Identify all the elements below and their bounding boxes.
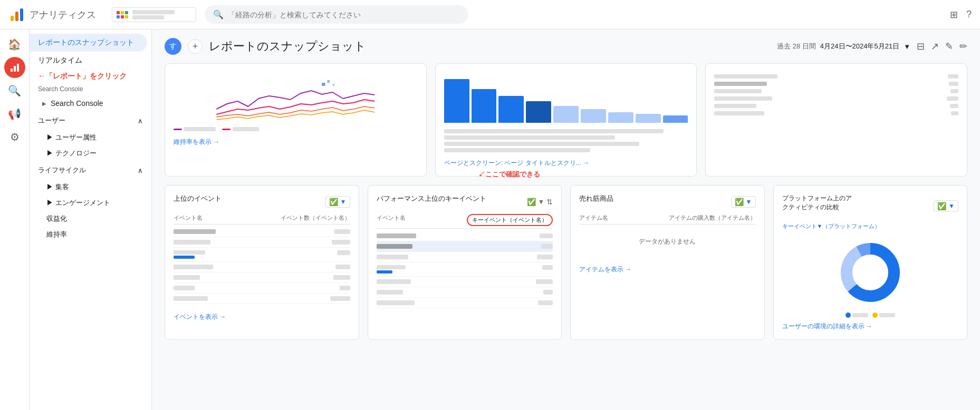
sidebar-item-search-console[interactable]: ▶ Search Console [30, 95, 147, 112]
search-bar[interactable]: 🔍 [205, 5, 468, 24]
platform-column-selector[interactable]: ✅ ▼ [934, 200, 958, 212]
top-bar: アナリティクス 🔍 ⊞ ? [0, 0, 980, 30]
check-icon4: ✅ [937, 202, 946, 210]
key-events-table-header: イベント名 キーイベント（イベント名） [377, 214, 553, 229]
table-row [174, 237, 350, 248]
svg-rect-2 [20, 8, 23, 21]
comparison-icon[interactable]: ⊟ [917, 41, 925, 52]
svg-rect-3 [11, 69, 13, 72]
page-title: レポートのスナップショット [209, 38, 771, 54]
logo-icon [8, 6, 25, 23]
svg-rect-5 [17, 64, 19, 72]
header-actions: ⊟ ↗ ✎ ✏ [917, 41, 967, 52]
check-icon: ✅ [329, 198, 338, 206]
no-data-label: データがありません [579, 227, 756, 257]
nav-reports[interactable] [4, 57, 25, 78]
svg-rect-1 [15, 12, 18, 21]
retention-link[interactable]: 維持率を表示 → [174, 138, 219, 145]
svg-rect-8 [332, 84, 334, 86]
donut-legend [782, 313, 959, 318]
nav-advertising[interactable]: 📢 [4, 103, 25, 124]
add-button[interactable]: + [188, 39, 203, 54]
top-events-card: 上位のイベント ✅ ▼ イベント名 イベント数（イベント名） [165, 185, 359, 340]
property-selector[interactable] [112, 7, 196, 22]
donut-chart [839, 241, 902, 304]
view-items-link[interactable]: アイテムを表示 → [579, 266, 631, 273]
nav-home[interactable]: 🏠 [4, 34, 25, 55]
svg-rect-7 [327, 80, 330, 83]
sidebar-item-acquisition[interactable]: ▶ 集客 [30, 179, 151, 195]
line-chart-svg [174, 72, 418, 125]
date-range: 過去 28 日間 4月24日〜2024年5月21日 ▼ [777, 42, 910, 51]
nav-explore[interactable]: 🔍 [4, 80, 25, 101]
card2-footer: ページとスクリーン: ページ タイトルとスクリ... → [444, 159, 688, 168]
sidebar-section-user[interactable]: ユーザー ∧ [30, 112, 151, 130]
table-row [377, 277, 553, 287]
sales-column-selector[interactable]: ✅ ▼ [731, 196, 756, 208]
card-bar-chart: ページとスクリーン: ページ タイトルとスクリ... → [435, 63, 697, 177]
card-text-list [705, 63, 967, 177]
avatar: す [165, 38, 181, 55]
snapshot-label: レポートのスナップショット [38, 38, 134, 47]
sidebar-item-user-attr[interactable]: ▶ ユーザー属性 [30, 130, 151, 145]
table-row [377, 262, 553, 277]
platform-dropdown-label[interactable]: キーイベント▼（プラットフォーム） [782, 222, 959, 230]
search-console-header: Search Console [30, 83, 151, 95]
key-events-title: パフォーマンス上位のキーイベント [377, 194, 486, 203]
sidebar-item-retention[interactable]: 維持率 [30, 227, 151, 242]
donut-chart-container [782, 235, 959, 310]
filter-icon[interactable]: ▼ [538, 198, 544, 206]
sales-table: アイテム名 アイテムの購入数（アイテム名） データがありません [579, 214, 756, 257]
sidebar-item-realtime[interactable]: リアルタイム [30, 52, 147, 70]
page-header: す + レポートのスナップショット 過去 28 日間 4月24日〜2024年5月… [165, 38, 967, 55]
logo-area: アナリティクス [8, 6, 103, 23]
sidebar-section-lifecycle[interactable]: ライフサイクル ∧ [30, 161, 151, 179]
help-icon[interactable]: ? [966, 9, 972, 20]
view-user-env-link[interactable]: ユーザーの環境の詳細を表示 → [782, 323, 872, 330]
platform-title: プラットフォーム上のアクティビティの比較 [782, 194, 856, 212]
svg-rect-0 [11, 16, 14, 21]
sales-footer: アイテムを表示 → [579, 265, 756, 274]
table-row [174, 294, 350, 304]
sidebar-item-technology[interactable]: ▶ テクノロジー [30, 145, 151, 161]
save-icon[interactable]: ✎ [945, 41, 953, 52]
key-events-header: パフォーマンス上位のキーイベント ✅ ▼ ⇅ [377, 194, 553, 210]
page-screen-link[interactable]: ページとスクリーン: ページ タイトルとスクリ... → [444, 159, 589, 167]
sidebar-item-engagement[interactable]: ▶ エンゲージメント [30, 195, 151, 211]
events-footer: イベントを表示 → [174, 313, 350, 321]
table-row [377, 241, 553, 252]
grid-icon[interactable]: ⊞ [950, 9, 958, 21]
date-dropdown-icon[interactable]: ▼ [904, 43, 910, 51]
main-content: す + レポートのスナップショット 過去 28 日間 4月24日〜2024年5月… [152, 30, 980, 410]
sales-title: 売れ筋商品 [579, 194, 613, 203]
chevron-up-icon2: ∧ [138, 167, 143, 174]
events-column-selector[interactable]: ✅ ▼ [325, 196, 350, 208]
card1-footer: 維持率を表示 → [174, 138, 418, 147]
search-icon: 🔍 [213, 9, 224, 19]
sidebar-item-monetization[interactable]: 収益化 [30, 211, 151, 227]
sidebar-item-snapshot[interactable]: レポートのスナップショット [30, 34, 147, 52]
reports-icon [9, 62, 20, 73]
table-row [174, 227, 350, 237]
annotation-here: ↙ここで確認できる [478, 170, 540, 179]
table-row [377, 231, 553, 241]
share-icon[interactable]: ↗ [931, 41, 939, 52]
app-name: アナリティクス [30, 8, 96, 21]
events-table-header: イベント名 イベント数（イベント名） [174, 214, 350, 224]
table-row [174, 262, 350, 272]
circled-column-header: キーイベント（イベント名） [467, 214, 553, 226]
annotation-click-report: ←「レポート」をクリック [30, 70, 151, 83]
check-icon2: ✅ [527, 198, 536, 206]
edit-icon[interactable]: ✏ [959, 41, 967, 52]
platform-header: プラットフォーム上のアクティビティの比較 ✅ ▼ [782, 194, 959, 218]
svg-rect-6 [322, 83, 325, 86]
view-events-link[interactable]: イベントを表示 → [174, 313, 226, 320]
card-multiline-chart: 維持率を表示 → [165, 63, 427, 177]
nav-configure[interactable]: ⚙ [4, 126, 25, 148]
sales-header: 売れ筋商品 ✅ ▼ [579, 194, 756, 210]
sales-table-header: アイテム名 アイテムの購入数（アイテム名） [579, 214, 756, 224]
table-row [174, 272, 350, 283]
search-input[interactable] [228, 11, 460, 19]
top-events-title: 上位のイベント [174, 194, 222, 203]
sort-icon[interactable]: ⇅ [546, 198, 553, 206]
